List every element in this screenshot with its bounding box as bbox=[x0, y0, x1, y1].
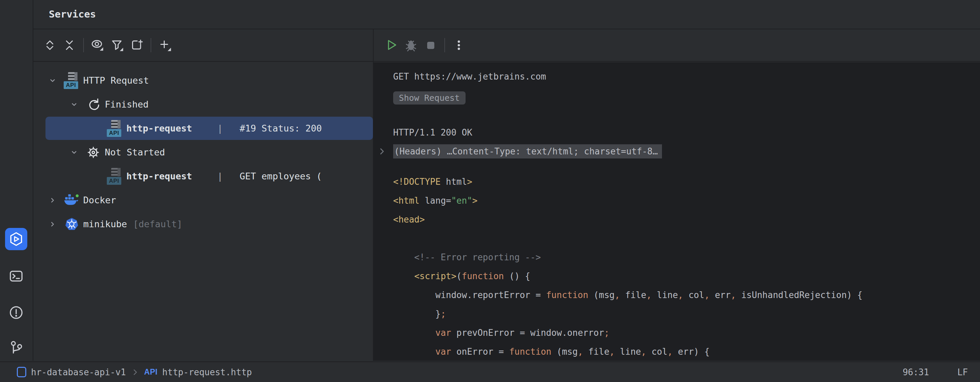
separator: | bbox=[217, 171, 223, 181]
service-status: GET employees ( bbox=[240, 171, 322, 181]
tree-item-label: HTTP Request bbox=[83, 75, 149, 86]
service-name: http-request bbox=[126, 123, 192, 134]
console-line: }; bbox=[374, 304, 980, 323]
console-line: <!-- Error reporting --> bbox=[374, 248, 980, 267]
stripe-item-services[interactable] bbox=[5, 228, 27, 250]
tree-item-finished-group[interactable]: Finished bbox=[33, 93, 373, 116]
toolbar-separator bbox=[83, 38, 84, 52]
breadcrumb-project[interactable]: hr-database-api-v1 bbox=[31, 367, 126, 377]
chevron-expanded-icon[interactable] bbox=[64, 148, 84, 157]
add-service-button[interactable] bbox=[155, 35, 175, 55]
new-tab-icon bbox=[130, 38, 143, 52]
collapse-all-button[interactable] bbox=[60, 35, 79, 55]
stop-button[interactable] bbox=[421, 35, 440, 55]
console-line: HTTP/1.1 200 OK bbox=[374, 123, 980, 142]
headers-fold[interactable]: (Headers) …Content-Type: text/html; char… bbox=[393, 144, 662, 158]
chevron-collapsed-icon[interactable] bbox=[42, 220, 63, 229]
status-bar: hr-database-api-v1 API http-request.http… bbox=[0, 361, 980, 382]
tree-toolbar bbox=[33, 29, 373, 62]
page-title: Services bbox=[49, 0, 96, 29]
tree-item-not-started-group[interactable]: Not Started bbox=[33, 140, 373, 164]
tool-window-stripe bbox=[0, 0, 33, 361]
refresh-icon bbox=[86, 97, 100, 112]
stop-icon bbox=[424, 38, 437, 52]
stripe-item-version-control[interactable] bbox=[5, 336, 27, 358]
console-line: var onError = function (msg, file, line,… bbox=[374, 342, 980, 361]
services-tree: APIHTTP RequestFinishedAPIhttp-request|#… bbox=[33, 62, 373, 361]
http-api-file-icon: API bbox=[107, 168, 123, 185]
project-icon[interactable] bbox=[17, 367, 26, 377]
console-line: (Headers) …Content-Type: text/html; char… bbox=[374, 142, 980, 161]
http-response-console: GET https://www.jetbrains.comShow Reques… bbox=[374, 62, 980, 361]
console-line: GET https://www.jetbrains.com bbox=[374, 67, 980, 86]
preview-icon bbox=[91, 38, 105, 52]
filter-button[interactable] bbox=[107, 35, 127, 55]
console-line: Show Request bbox=[374, 86, 980, 110]
panel-splitter[interactable] bbox=[373, 29, 374, 361]
more-options-button[interactable] bbox=[449, 35, 469, 55]
console-line: window.reportError = function (msg, file… bbox=[374, 286, 980, 304]
service-status: #19 Status: 200 bbox=[240, 123, 322, 134]
run-toolbar bbox=[374, 29, 980, 62]
docker-icon bbox=[64, 194, 80, 207]
stripe-item-terminal[interactable] bbox=[5, 265, 27, 287]
console-line: <script>(function () { bbox=[374, 267, 980, 286]
tree-item-suffix: [default] bbox=[133, 219, 182, 229]
tree-item-label: Finished bbox=[105, 99, 149, 110]
debug-button[interactable] bbox=[401, 35, 421, 55]
tree-item-docker[interactable]: Docker bbox=[33, 188, 373, 212]
tree-item-label: Docker bbox=[83, 195, 116, 205]
gear-icon bbox=[86, 145, 100, 160]
stripe-item-problems[interactable] bbox=[5, 301, 27, 324]
console-blank-line bbox=[374, 229, 980, 248]
terminal-prompt-icon bbox=[9, 269, 24, 284]
run-button[interactable] bbox=[382, 35, 401, 55]
debug-icon bbox=[404, 38, 418, 52]
expand-all-button[interactable] bbox=[40, 35, 60, 55]
console-blank-line bbox=[374, 110, 980, 123]
chevron-collapsed-icon[interactable] bbox=[42, 196, 63, 205]
exclamation-circle-icon bbox=[9, 305, 24, 320]
toolbar-separator bbox=[151, 38, 151, 52]
tree-item-http-request-group[interactable]: APIHTTP Request bbox=[33, 69, 373, 93]
http-api-file-icon: API bbox=[107, 120, 123, 137]
add-service-icon bbox=[158, 38, 172, 52]
chevron-right-icon bbox=[131, 368, 140, 377]
new-tab-button[interactable] bbox=[127, 35, 146, 55]
file-type-badge: API bbox=[144, 368, 158, 377]
show-request-button[interactable]: Show Request bbox=[393, 91, 466, 104]
tree-item-label: Not Started bbox=[105, 147, 165, 157]
service-name: http-request bbox=[126, 171, 192, 181]
chevron-expanded-icon[interactable] bbox=[42, 76, 63, 85]
services-hexagon-play-icon bbox=[9, 232, 24, 246]
console-line: <!DOCTYPE html> bbox=[374, 172, 980, 191]
filter-icon bbox=[110, 38, 124, 52]
console-line: var prevOnError = window.onerror; bbox=[374, 323, 980, 342]
git-branch-icon bbox=[9, 339, 24, 354]
chevron-expanded-icon[interactable] bbox=[64, 100, 84, 109]
separator: | bbox=[217, 123, 223, 134]
tree-item-label: minikube bbox=[83, 219, 127, 229]
expand-all-icon bbox=[43, 38, 57, 52]
console-line: <head> bbox=[374, 210, 980, 229]
run-icon bbox=[385, 38, 398, 52]
toolbar-separator bbox=[444, 38, 445, 52]
collapse-all-icon bbox=[63, 38, 76, 52]
tree-item-minikube[interactable]: minikube[default] bbox=[33, 212, 373, 236]
tool-window-header: Services bbox=[33, 0, 980, 29]
tree-item-http-request-not-started[interactable]: APIhttp-request|GET employees ( bbox=[33, 164, 373, 188]
caret-position[interactable]: 96:31 bbox=[902, 367, 929, 377]
console-blank-line bbox=[374, 161, 980, 172]
http-api-file-icon: API bbox=[64, 72, 80, 89]
services-tool-window: Services APIHTTP RequestFinishedAPIhttp-… bbox=[0, 0, 980, 382]
line-separator[interactable]: LF bbox=[958, 367, 968, 377]
kubernetes-icon bbox=[64, 217, 79, 231]
fold-chevron-icon[interactable] bbox=[377, 146, 387, 157]
console-line: <html lang="en"> bbox=[374, 191, 980, 210]
breadcrumb-file[interactable]: http-request.http bbox=[162, 367, 252, 377]
more-options-icon bbox=[452, 38, 466, 52]
breadcrumb: hr-database-api-v1 API http-request.http bbox=[17, 367, 252, 377]
selection-highlight bbox=[46, 117, 373, 140]
tree-item-http-request-finished[interactable]: APIhttp-request|#19 Status: 200 bbox=[33, 116, 373, 140]
preview-button[interactable] bbox=[88, 35, 107, 55]
